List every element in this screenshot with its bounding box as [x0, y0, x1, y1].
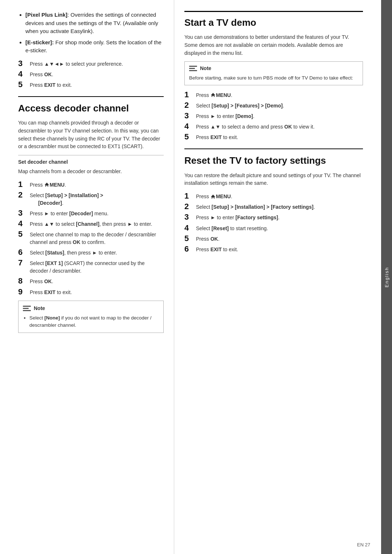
step-number: 8 [18, 277, 30, 285]
section-divider [184, 148, 363, 149]
key-bold: ▲▼ [211, 124, 221, 130]
step-number: 2 [18, 191, 30, 199]
step-number: 5 [18, 80, 30, 89]
list-item: 1 Press MENU. [18, 180, 164, 189]
step-text: Press MENU. [196, 192, 363, 200]
set-decoder-body: Map channels from a decoder or descrambl… [18, 168, 164, 176]
step-text: Press ► to enter [Demo]. [196, 111, 363, 120]
list-item: 3 Press ► to enter [Demo]. [184, 111, 363, 120]
key-bold: ▲▼ [44, 221, 54, 227]
step-text: Press MENU. [196, 90, 363, 99]
top-border [184, 11, 363, 12]
key-bold: EXIT [44, 289, 56, 295]
note-text: Before starting, make sure to turn PBS m… [189, 74, 358, 82]
page-number: EN 27 [357, 542, 370, 547]
step-text: Press MENU. [30, 180, 164, 189]
page-footer: EN 27 [357, 542, 370, 547]
list-item: 2 Select [Setup] > [Features] > [Demo]. [184, 101, 363, 110]
list-item: 2 Select [Setup] > [Installation] > [Dec… [18, 191, 164, 207]
note-icon-line [23, 310, 31, 311]
key-bold: OK [44, 72, 52, 77]
key-bold: OK [211, 236, 218, 242]
step-text: Press OK. [30, 70, 164, 78]
step-number: 3 [18, 59, 30, 68]
step-text: Press EXIT to exit. [196, 133, 363, 141]
key-bold: [Decoder] [69, 211, 93, 216]
subsection-divider [18, 155, 164, 155]
key-bold: EXIT [44, 82, 56, 88]
step-text: Press ▲▼ to select a demo and press OK t… [196, 122, 363, 131]
step-number: 5 [18, 230, 30, 239]
note-label: Note [200, 65, 211, 72]
list-item: 8 Press OK. [18, 277, 164, 285]
reset-tv-title: Reset the TV to factory settings [184, 155, 363, 166]
note-icon [189, 66, 197, 71]
start-tv-steps: 1 Press MENU. 2 Select [Setup] > [Featur… [184, 90, 363, 142]
svg-marker-0 [45, 183, 49, 187]
step-number: 1 [184, 90, 196, 99]
note-header: Note [23, 305, 159, 312]
svg-marker-1 [211, 93, 215, 97]
step-number: 3 [18, 209, 30, 217]
step-text: Press EXIT to exit. [196, 245, 363, 253]
key-bold: EXIT [211, 247, 222, 252]
list-item: 5 Press EXIT to exit. [184, 133, 363, 141]
list-item: 4 Select [Reset] to start resetting. [184, 224, 363, 232]
key-bold: [EXT 1] [45, 260, 63, 266]
step-text: Press ▲▼ to select [Channel], then press… [30, 219, 164, 228]
list-item: 5 Select one channel to map to the decod… [18, 230, 164, 246]
key-bold: OK [284, 124, 292, 130]
key-bold: [Status] [45, 250, 64, 256]
note-icon-line [189, 68, 195, 69]
step-number: 4 [18, 70, 30, 78]
start-tv-body: You can use demonstrations to better und… [184, 33, 363, 57]
step-number: 4 [18, 219, 30, 228]
step-number: 3 [184, 111, 196, 120]
top-bullets: [Pixel Plus Link]: Overrides the setting… [25, 11, 164, 55]
step-number: 2 [184, 202, 196, 211]
list-item: 4 Press ▲▼ to select a demo and press OK… [184, 122, 363, 131]
section-divider [18, 96, 164, 97]
step-number: 5 [184, 234, 196, 243]
step-text: Select [Setup] > [Installation] > [Decod… [30, 191, 164, 207]
key-bold: [Setup] > [Features] > [Demo] [212, 103, 283, 109]
step-text: Press ▲▼◄► to select your preference. [30, 59, 164, 68]
step-number: 9 [18, 288, 30, 296]
list-item: 3 Press ► to enter [Decoder] menu. [18, 209, 164, 217]
note-icon-line [189, 70, 197, 71]
list-item: 4 Press ▲▼ to select [Channel], then pre… [18, 219, 164, 228]
note-label: Note [34, 305, 45, 312]
key-bold: [Factory settings] [236, 215, 278, 220]
home-icon [211, 93, 216, 97]
key-bold: [Setup] > [Installation] > [Factory sett… [212, 204, 314, 210]
key-bold: [Reset] [212, 225, 229, 231]
reset-steps: 1 Press MENU. 2 Select [Setup] > [Instal… [184, 192, 363, 253]
list-item: 3 Press ▲▼◄► to select your preference. [18, 59, 164, 68]
key-bold: MENU [216, 92, 231, 98]
step-number: 2 [184, 101, 196, 110]
note-items: Select [None] if you do not want to map … [29, 314, 159, 329]
step-text: Press EXIT to exit. [30, 288, 164, 296]
step-text: Press EXIT to exit. [30, 80, 164, 89]
key-bold: OK [73, 239, 80, 245]
list-item: [E-sticker]: For shop mode only. Sets th… [25, 38, 164, 55]
left-column: [Pixel Plus Link]: Overrides the setting… [0, 0, 174, 554]
top-steps: 3 Press ▲▼◄► to select your preference. … [18, 59, 164, 89]
key-bold: [Channel] [76, 221, 99, 227]
step-text: Press ► to enter [Decoder] menu. [30, 209, 164, 217]
key-bold: ▲▼◄► [44, 61, 64, 67]
key-bold: MENU [216, 194, 231, 199]
note-icon-line [189, 66, 197, 67]
list-item: 9 Press EXIT to exit. [18, 288, 164, 296]
step-number: 5 [184, 133, 196, 141]
step-number: 1 [18, 180, 30, 189]
list-item: 4 Press OK. [18, 70, 164, 78]
svg-marker-2 [211, 195, 215, 199]
bullet-bold: [Pixel Plus Link] [25, 12, 68, 18]
bullet-bold: [E-sticker]: [25, 39, 54, 45]
list-item: 7 Select [EXT 1] (SCART) the connector u… [18, 258, 164, 275]
note-box: Note Select [None] if you do not want to… [18, 301, 164, 333]
step-text: Select [Reset] to start resetting. [196, 224, 363, 232]
list-item: [Pixel Plus Link]: Overrides the setting… [25, 11, 164, 36]
access-decoder-body: You can map channels provided through a … [18, 119, 164, 151]
